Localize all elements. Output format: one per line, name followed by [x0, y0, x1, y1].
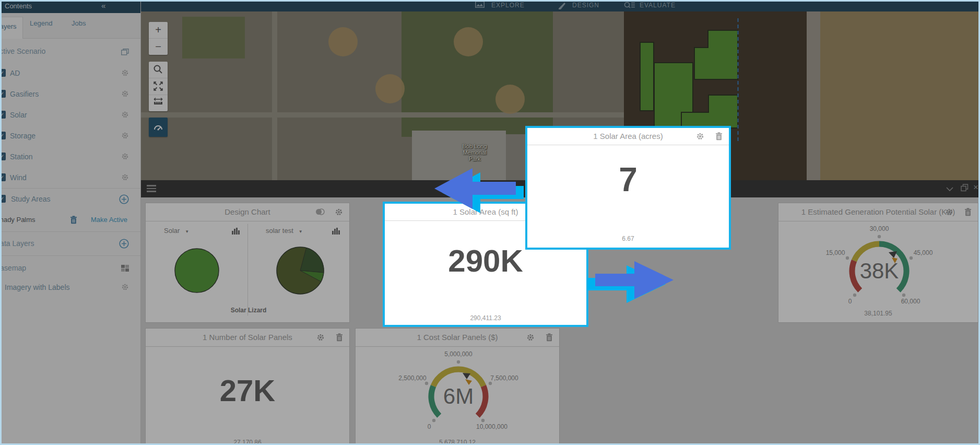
layer-label: Wind: [10, 172, 27, 183]
trash-icon[interactable]: [70, 216, 77, 227]
chevron-down-icon: ▼: [185, 229, 189, 234]
layer-checkbox[interactable]: ✓: [0, 195, 6, 203]
restore-dashboard-button[interactable]: [961, 184, 969, 194]
map-green-patch: [182, 17, 245, 58]
card-title: 1 Solar Area (acres): [593, 128, 663, 145]
collapse-panel-icon[interactable]: «: [101, 1, 105, 10]
search-icon: [153, 64, 163, 75]
trash-icon[interactable]: [336, 333, 343, 344]
gear-icon[interactable]: [121, 153, 129, 163]
map-ballfield: [375, 74, 405, 103]
tab-layers[interactable]: Layers: [0, 17, 23, 39]
layer-row-ad[interactable]: ✓ AD: [0, 68, 140, 78]
map-ballfield: [328, 27, 358, 56]
add-data-layer-button[interactable]: [119, 239, 129, 251]
chart-type-icon[interactable]: [315, 208, 325, 218]
scenario-name: Shady Palms: [0, 215, 36, 225]
bar-chart-icon[interactable]: [332, 227, 340, 237]
design-pie-charts: [156, 244, 339, 297]
annotation-arrow-left: [426, 165, 525, 217]
card-design-chart: Design Chart Solar▼ solar test▼ Solar Li…: [145, 203, 350, 323]
basemap-gallery-icon[interactable]: [121, 264, 129, 275]
layer-checkbox[interactable]: ✓: [0, 153, 6, 160]
gear-icon[interactable]: [335, 208, 343, 218]
basemap-item-row[interactable]: Imagery with Labels: [0, 282, 140, 292]
card-detail-value: 6.67: [527, 235, 729, 242]
bar-chart-icon[interactable]: [232, 227, 240, 237]
gear-icon[interactable]: [121, 283, 129, 294]
section-label: Active Scenario: [0, 46, 45, 56]
dashboard-menu-button[interactable]: [147, 185, 156, 194]
select-value: Solar: [164, 227, 180, 235]
gauge-needle: [463, 373, 470, 379]
gear-icon[interactable]: [526, 333, 535, 344]
card-value: 27K: [146, 373, 349, 408]
svg-text:10,000,000: 10,000,000: [476, 423, 507, 430]
gear-icon[interactable]: [945, 208, 953, 218]
pie-solar-test: [277, 247, 324, 294]
close-dashboard-button[interactable]: ×: [973, 182, 978, 193]
add-study-area-button[interactable]: [119, 194, 129, 207]
duplicate-scenario-icon[interactable]: [121, 48, 129, 58]
gear-icon[interactable]: [121, 173, 129, 184]
search-button[interactable]: [149, 62, 168, 78]
layer-checkbox[interactable]: ✓: [0, 173, 6, 181]
svg-text:45,000: 45,000: [914, 249, 933, 256]
layer-checkbox[interactable]: ✓: [0, 132, 6, 139]
contents-tabbar: Layers Legend Jobs: [0, 13, 140, 39]
select-value: solar test: [266, 227, 293, 235]
gear-icon[interactable]: [316, 333, 325, 344]
layer-checkbox[interactable]: ✓: [0, 69, 6, 77]
speedometer-icon: [152, 122, 164, 133]
map-road-right: [807, 11, 820, 180]
evaluate-icon: [624, 1, 635, 11]
layer-row-storage[interactable]: ✓ Storage: [0, 131, 140, 141]
menu-design[interactable]: DESIGN: [572, 2, 599, 9]
dashboard-toggle-button[interactable]: [149, 118, 168, 137]
make-active-link[interactable]: Make Active: [91, 215, 127, 225]
gear-icon[interactable]: [121, 90, 129, 100]
zoom-out-button[interactable]: −: [149, 38, 168, 55]
tab-legend[interactable]: Legend: [30, 19, 52, 27]
top-menu-bar: EXPLORE DESIGN EVALUATE: [0, 0, 980, 11]
minus-icon: −: [155, 41, 161, 52]
menu-evaluate[interactable]: EVALUATE: [640, 2, 676, 9]
gear-icon[interactable]: [696, 132, 704, 143]
card-header: Design Chart: [146, 203, 349, 221]
layer-row-station[interactable]: ✓ Station: [0, 151, 140, 162]
map-ballfield: [495, 85, 525, 114]
layer-checkbox[interactable]: ✓: [0, 111, 6, 119]
measure-button[interactable]: [149, 95, 168, 111]
layer-select-left[interactable]: Solar▼: [164, 225, 189, 237]
collapse-dashboard-button[interactable]: [946, 184, 953, 194]
layer-select-right[interactable]: solar test▼: [266, 225, 303, 237]
layer-checkbox[interactable]: ✓: [0, 90, 6, 98]
gear-icon[interactable]: [121, 132, 129, 142]
data-layers-row: Data Layers: [0, 238, 140, 249]
study-areas-row[interactable]: ✓ Study Areas: [0, 194, 140, 204]
layer-label: Gasifiers: [10, 89, 39, 99]
restore-icon: [961, 184, 969, 192]
zoom-in-button[interactable]: +: [149, 22, 168, 38]
layer-label: Station: [10, 151, 33, 162]
trash-icon[interactable]: [546, 333, 553, 344]
layer-row-solar[interactable]: ✓ Solar: [0, 110, 140, 120]
pie-footer-label: Solar Lizard: [217, 307, 280, 314]
contents-panel-header: Contents «: [0, 0, 140, 13]
card-header: 1 Solar Area (acres): [527, 128, 729, 145]
tab-jobs[interactable]: Jobs: [72, 19, 86, 27]
trash-icon[interactable]: [715, 132, 723, 143]
gauge-value: 6M: [443, 384, 474, 408]
map-ballfield: [454, 27, 483, 56]
trash-icon[interactable]: [964, 208, 972, 218]
gear-icon[interactable]: [121, 69, 129, 79]
map-place-label: Bob Long Memorial Park: [454, 143, 495, 162]
menu-explore[interactable]: EXPLORE: [491, 2, 525, 9]
full-extent-button[interactable]: [149, 78, 168, 95]
card-solar-area-acres: 1 Solar Area (acres) 7 6.67: [525, 126, 731, 250]
layer-row-gasifiers[interactable]: ✓ Gasifiers: [0, 89, 140, 99]
scenario-item-row[interactable]: Shady Palms Make Active: [0, 215, 140, 225]
card-header: 1 Number of Solar Panels: [146, 329, 349, 347]
gear-icon[interactable]: [121, 111, 129, 121]
layer-row-wind[interactable]: ✓ Wind: [0, 172, 140, 183]
